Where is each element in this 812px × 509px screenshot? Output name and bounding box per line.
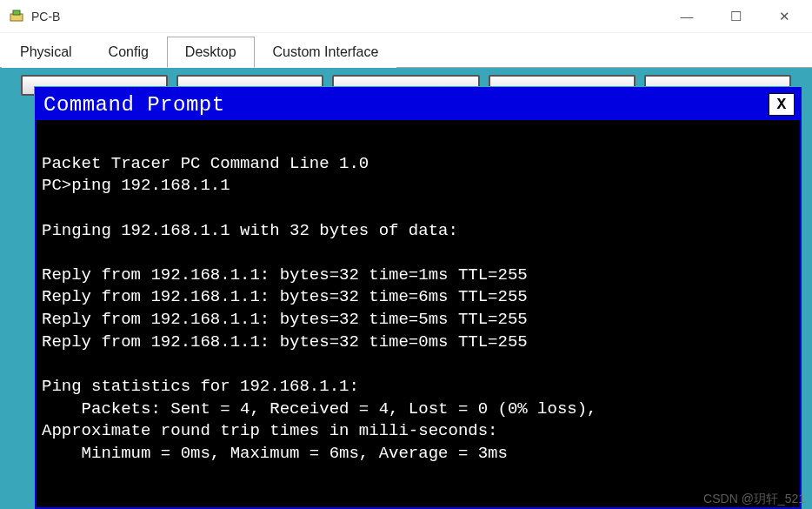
terminal-line: Reply from 192.168.1.1: bytes=32 time=6m…	[42, 287, 528, 306]
terminal-line: Ping statistics for 192.168.1.1:	[42, 377, 359, 396]
command-prompt-window: Command Prompt X Packet Tracer PC Comman…	[35, 87, 802, 509]
close-button[interactable]: ✕	[772, 9, 796, 24]
minimize-button[interactable]: —	[675, 9, 699, 23]
command-prompt-title: Command Prompt	[43, 93, 769, 117]
tab-config[interactable]: Config	[90, 37, 167, 68]
terminal-line: Reply from 192.168.1.1: bytes=32 time=0m…	[42, 332, 528, 352]
desktop-area: Command Prompt X Packet Tracer PC Comman…	[0, 68, 812, 509]
command-prompt-close-button[interactable]: X	[769, 93, 795, 116]
terminal-line: PC>ping 192.168.1.1	[42, 176, 230, 195]
terminal-line: Reply from 192.168.1.1: bytes=32 time=5m…	[42, 310, 528, 329]
maximize-button[interactable]: ☐	[723, 9, 748, 24]
window-title: PC-B	[31, 10, 675, 23]
terminal-line: Packets: Sent = 4, Received = 4, Lost = …	[42, 399, 597, 419]
terminal-line: Approximate round trip times in milli-se…	[42, 421, 498, 440]
terminal-line: Minimum = 0ms, Maximum = 6ms, Average = …	[42, 444, 508, 463]
svg-rect-1	[13, 10, 20, 15]
tab-physical[interactable]: Physical	[2, 37, 90, 68]
terminal-line: Pinging 192.168.1.1 with 32 bytes of dat…	[42, 221, 458, 240]
terminal-line: Packet Tracer PC Command Line 1.0	[42, 154, 369, 173]
watermark: CSDN @玥轩_521	[703, 492, 805, 507]
app-icon	[9, 9, 24, 24]
tab-bar: Physical Config Desktop Custom Interface	[0, 33, 812, 68]
tab-desktop[interactable]: Desktop	[167, 37, 255, 68]
command-prompt-titlebar[interactable]: Command Prompt X	[37, 89, 800, 120]
window-controls: — ☐ ✕	[675, 9, 803, 24]
tab-custom-interface[interactable]: Custom Interface	[255, 37, 397, 68]
titlebar: PC-B — ☐ ✕	[0, 0, 812, 33]
terminal-line: Reply from 192.168.1.1: bytes=32 time=1m…	[42, 265, 528, 285]
command-prompt-body[interactable]: Packet Tracer PC Command Line 1.0 PC>pin…	[37, 120, 800, 507]
